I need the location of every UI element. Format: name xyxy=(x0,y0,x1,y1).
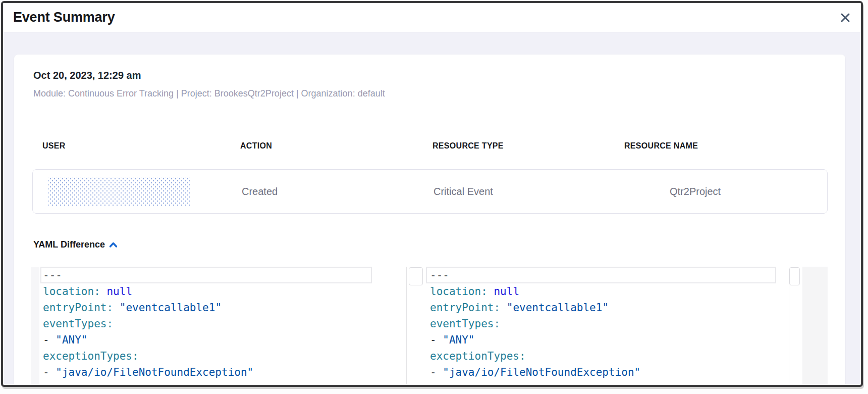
yaml-code-line: location: null xyxy=(43,283,253,300)
left-pane-scrollbar-thumb[interactable] xyxy=(409,267,423,285)
yaml-diff-editor: ---location: nullentryPoint: "eventcalla… xyxy=(39,267,828,384)
diff-pane-divider xyxy=(406,267,407,384)
yaml-difference-toggle[interactable]: YAML Difference xyxy=(33,239,118,250)
diff-left-gutter xyxy=(31,267,39,384)
yaml-code-line: eventTypes: xyxy=(43,316,253,332)
diff-overview-ruler xyxy=(802,267,828,384)
event-table-row: Created Critical Event Qtr2Project xyxy=(32,169,828,214)
yaml-diff-right-pane[interactable]: ---location: nullentryPoint: "eventcalla… xyxy=(430,267,640,380)
yaml-code-line: exceptionTypes: xyxy=(430,348,640,364)
yaml-difference-label: YAML Difference xyxy=(33,239,105,250)
cell-action: Created xyxy=(242,170,278,213)
right-pane-scrollbar-thumb[interactable] xyxy=(789,267,800,285)
column-header-user: USER xyxy=(42,141,66,151)
cell-resource-type: Critical Event xyxy=(433,170,493,213)
cell-resource-name: Qtr2Project xyxy=(670,170,721,213)
close-button[interactable] xyxy=(840,12,851,23)
redacted-user-pattern xyxy=(48,177,190,206)
event-summary-modal: Event Summary Oct 20, 2023, 12:29 am Mod… xyxy=(1,1,863,387)
yaml-code-line: exceptionTypes: xyxy=(43,348,253,364)
yaml-code-line: - "java/io/FileNotFoundException" xyxy=(43,364,253,380)
modal-title: Event Summary xyxy=(3,10,115,25)
yaml-code-line: - "ANY" xyxy=(43,332,253,348)
event-card: Oct 20, 2023, 12:29 am Module: Continuou… xyxy=(14,55,845,384)
yaml-code-line: --- xyxy=(430,267,640,283)
event-meta-line: Module: Continuous Error Tracking | Proj… xyxy=(33,88,385,99)
yaml-code-line: entryPoint: "eventcallable1" xyxy=(430,300,640,316)
yaml-code-line: - "ANY" xyxy=(430,332,640,348)
modal-body: Oct 20, 2023, 12:29 am Module: Continuou… xyxy=(3,32,861,384)
close-icon xyxy=(840,12,851,23)
yaml-code-line: location: null xyxy=(430,283,640,300)
chevron-up-icon xyxy=(109,241,118,248)
yaml-code-line: --- xyxy=(43,267,253,283)
yaml-code-line: eventTypes: xyxy=(430,316,640,332)
modal-header: Event Summary xyxy=(3,3,861,32)
yaml-code-line: entryPoint: "eventcallable1" xyxy=(43,300,253,316)
column-header-action: ACTION xyxy=(240,141,272,151)
event-timestamp: Oct 20, 2023, 12:29 am xyxy=(33,70,141,81)
yaml-code-line: - "java/io/FileNotFoundException" xyxy=(430,364,640,380)
yaml-diff-left-pane[interactable]: ---location: nullentryPoint: "eventcalla… xyxy=(43,267,253,380)
column-header-resource-type: RESOURCE TYPE xyxy=(432,141,504,151)
column-header-resource-name: RESOURCE NAME xyxy=(624,141,698,151)
